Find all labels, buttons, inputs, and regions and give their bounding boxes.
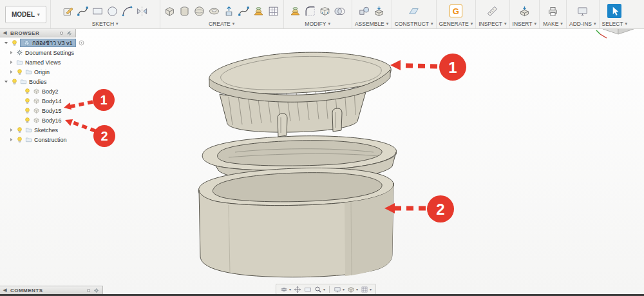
body-icon <box>33 88 40 95</box>
browser-item-bodies[interactable]: Bodies <box>0 77 116 86</box>
panel-settings-gear-icon[interactable] <box>66 30 72 36</box>
create-sketch-icon[interactable] <box>61 4 75 18</box>
make-menu[interactable]: MAKE▾ <box>542 20 564 27</box>
toolbar-group-sketch: SKETCH▾ <box>50 0 160 28</box>
visibility-bulb-icon[interactable] <box>16 126 23 133</box>
browser-item-sketches[interactable]: Sketches <box>0 125 116 135</box>
construct-menu[interactable]: CONSTRUCT▾ <box>395 20 433 27</box>
collapse-caret-icon[interactable] <box>3 79 9 84</box>
visibility-bulb-icon[interactable] <box>24 107 31 114</box>
comments-title: COMMENTS <box>10 288 84 293</box>
press-pull-icon[interactable] <box>289 4 303 18</box>
shell-icon[interactable] <box>318 4 332 18</box>
spline-icon[interactable] <box>76 4 90 18</box>
panel-settings-gear-icon[interactable] <box>93 288 99 293</box>
visibility-bulb-icon[interactable] <box>11 78 18 85</box>
joint-icon[interactable] <box>357 4 372 18</box>
expand-caret-icon[interactable] <box>8 137 14 143</box>
browser-header[interactable]: ◀ BROWSER <box>0 28 76 37</box>
construct-plane-icon[interactable] <box>407 4 421 18</box>
browser-root-component[interactable]: กล่องข้าว V3 v1 <box>0 38 116 48</box>
active-component-box[interactable]: กล่องข้าว V3 v1 <box>20 39 76 47</box>
browser-item-construction[interactable]: Construction <box>0 135 116 144</box>
chevron-down-icon: ▾ <box>504 21 507 26</box>
comments-header[interactable]: ◀ COMMENTS <box>0 286 103 295</box>
workspace-selector[interactable]: MODEL ▾ <box>5 6 46 23</box>
toolbar-group-modify: MODIFY▾ <box>283 0 352 28</box>
mirror-icon[interactable] <box>135 4 149 18</box>
zoom-window-icon[interactable] <box>303 285 312 294</box>
sweep-icon[interactable] <box>237 4 251 18</box>
visibility-bulb-icon[interactable] <box>24 117 31 124</box>
measure-icon[interactable] <box>486 4 500 18</box>
browser-item-body15[interactable]: Body15 <box>0 106 116 115</box>
chevron-down-icon[interactable]: ▾ <box>356 287 358 291</box>
browser-item-origin[interactable]: Origin <box>0 67 116 77</box>
pin-dot-icon <box>60 32 63 35</box>
insert-menu[interactable]: INSERT▾ <box>513 20 537 27</box>
browser-item-body2[interactable]: Body2 <box>0 86 116 96</box>
insert-icon[interactable] <box>517 4 531 18</box>
select-menu[interactable]: SELECT▾ <box>602 20 628 27</box>
y-axis-indicator <box>596 30 600 34</box>
add-ins-menu[interactable]: ADD-INS▾ <box>569 20 596 27</box>
make-icon[interactable] <box>546 4 560 18</box>
new-component-icon[interactable] <box>372 4 386 18</box>
browser-item-body16[interactable]: Body16 <box>0 115 116 125</box>
workspace-label: MODEL <box>12 11 35 18</box>
visibility-bulb-icon[interactable] <box>16 68 23 75</box>
activate-target-icon[interactable] <box>78 39 85 46</box>
shading-icon[interactable] <box>346 285 355 294</box>
chevron-down-icon[interactable]: ▾ <box>370 287 372 291</box>
create-menu[interactable]: CREATE▾ <box>163 20 281 27</box>
folder-icon <box>20 78 27 85</box>
box-icon[interactable] <box>163 4 177 18</box>
orbit-icon[interactable] <box>279 285 289 294</box>
navigation-toolbar: ▾ ▾ ▾ ▾ ▾ <box>276 284 376 295</box>
display-settings-icon[interactable] <box>333 285 342 294</box>
browser-item-document-settings[interactable]: Document Settings <box>0 48 116 57</box>
expand-caret-icon[interactable] <box>8 127 14 133</box>
visibility-bulb-icon[interactable] <box>24 88 31 95</box>
inspect-menu[interactable]: INSPECT▾ <box>478 20 506 27</box>
model-3d-food-container[interactable] <box>190 44 402 286</box>
sphere-icon[interactable] <box>193 4 207 18</box>
visibility-bulb-icon[interactable] <box>11 39 18 46</box>
pan-icon[interactable] <box>293 285 302 294</box>
pattern-icon[interactable] <box>267 4 281 18</box>
grid-settings-icon[interactable] <box>360 285 369 294</box>
circle-icon[interactable] <box>106 4 120 18</box>
toolbar-group-generate: G GENERATE▾ <box>436 0 476 28</box>
modify-menu[interactable]: MODIFY▾ <box>287 20 349 27</box>
visibility-bulb-icon[interactable] <box>16 136 23 143</box>
collapse-panel-icon[interactable]: ◀ <box>3 30 7 35</box>
zoom-icon[interactable] <box>314 285 323 294</box>
combine-icon[interactable] <box>333 4 347 18</box>
collapse-caret-icon[interactable] <box>3 40 9 46</box>
assemble-menu[interactable]: ASSEMBLE▾ <box>355 20 389 27</box>
generate-menu[interactable]: GENERATE▾ <box>439 20 473 27</box>
generate-icon[interactable]: G <box>449 4 463 18</box>
visibility-bulb-icon[interactable] <box>24 97 31 104</box>
collapse-panel-icon[interactable]: ◀ <box>3 288 7 293</box>
browser-item-body14[interactable]: Body14 <box>0 96 116 106</box>
rectangle-icon[interactable] <box>91 4 105 18</box>
loft-icon[interactable] <box>252 4 266 18</box>
cylinder-icon[interactable] <box>178 4 192 18</box>
extrude-icon[interactable] <box>222 4 236 18</box>
sketch-menu[interactable]: SKETCH▾ <box>53 20 157 27</box>
toolbar-separator <box>329 286 330 293</box>
expand-caret-icon[interactable] <box>8 50 14 55</box>
chevron-down-icon[interactable]: ▾ <box>323 287 325 291</box>
fillet-icon[interactable] <box>303 4 317 18</box>
torus-icon[interactable] <box>207 4 222 18</box>
browser-panel: ◀ BROWSER กล่องข้าว V3 v1 Document Setti… <box>0 28 116 144</box>
expand-caret-icon[interactable] <box>8 59 14 65</box>
select-icon[interactable] <box>607 4 621 18</box>
chevron-down-icon[interactable]: ▾ <box>343 287 345 291</box>
arc-icon[interactable] <box>120 4 135 18</box>
add-ins-icon[interactable] <box>576 4 590 18</box>
chevron-down-icon[interactable]: ▾ <box>289 287 291 291</box>
browser-item-named-views[interactable]: Named Views <box>0 57 116 67</box>
expand-caret-icon[interactable] <box>8 69 14 75</box>
